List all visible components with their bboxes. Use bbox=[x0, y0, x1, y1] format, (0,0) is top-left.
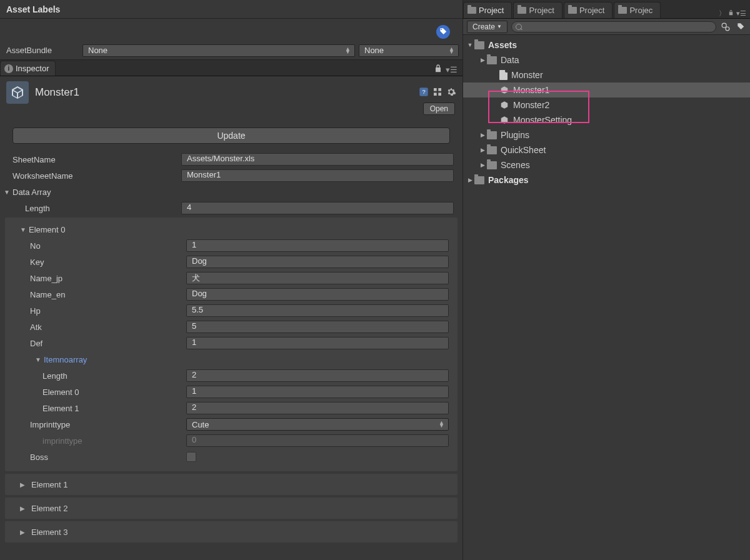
itemarr-el1-input[interactable]: 2 bbox=[186, 402, 449, 414]
file-icon bbox=[499, 70, 508, 80]
update-button[interactable]: Update bbox=[12, 128, 450, 144]
itemarr-length-label: Length bbox=[42, 371, 186, 381]
itemarr-length-input[interactable]: 2 bbox=[186, 369, 449, 382]
folder-icon bbox=[518, 7, 526, 14]
project-tab-3[interactable]: Project bbox=[564, 2, 612, 18]
name-en-input[interactable]: Dog bbox=[186, 288, 449, 301]
unity-asset-icon bbox=[6, 81, 29, 104]
length-input[interactable]: 4 bbox=[181, 202, 454, 214]
hp-label: Hp bbox=[30, 306, 186, 316]
tree-monstersetting[interactable]: MonsterSetting bbox=[463, 112, 750, 128]
unity-asset-icon bbox=[499, 85, 509, 95]
worksheetname-input[interactable]: Monster1 bbox=[181, 169, 454, 182]
assetbundle-name-select[interactable]: None▲▼ bbox=[82, 44, 355, 57]
project-tab-1[interactable]: Project bbox=[463, 2, 512, 18]
key-label: Key bbox=[30, 258, 186, 267]
itemarr-el0-label: Element 0 bbox=[42, 388, 186, 397]
name-jp-input[interactable]: 犬 bbox=[186, 272, 449, 284]
data-array-foldout[interactable]: Data Array bbox=[0, 184, 462, 200]
open-button[interactable]: Open bbox=[423, 102, 455, 115]
name-en-label: Name_en bbox=[30, 290, 186, 299]
svg-point-7 bbox=[726, 27, 729, 31]
folder-icon bbox=[474, 41, 484, 49]
folder-icon bbox=[474, 176, 484, 184]
svg-rect-2 bbox=[434, 88, 437, 91]
search-by-type-icon[interactable] bbox=[720, 21, 731, 32]
itemnoarray-foldout[interactable]: Itemnoarray bbox=[5, 351, 458, 368]
key-input[interactable]: Dog bbox=[186, 256, 449, 268]
svg-rect-3 bbox=[438, 88, 441, 91]
inspector-tab[interactable]: i Inspector bbox=[0, 61, 56, 76]
folder-icon bbox=[568, 7, 577, 14]
hp-input[interactable]: 5.5 bbox=[186, 304, 449, 317]
imprinttype-select[interactable]: Cute▲▼ bbox=[186, 418, 449, 431]
element1-foldout[interactable]: ▶Element 1 bbox=[5, 474, 458, 495]
tree-data[interactable]: ▶Data bbox=[463, 52, 750, 68]
element0-foldout[interactable]: Element 0 bbox=[5, 221, 458, 238]
search-by-label-icon[interactable] bbox=[735, 21, 746, 32]
lock-icon[interactable] bbox=[728, 9, 734, 18]
element3-foldout[interactable]: ▶Element 3 bbox=[5, 521, 458, 542]
itemarr-el1-label: Element 1 bbox=[42, 404, 186, 413]
atk-label: Atk bbox=[30, 322, 186, 332]
gear-icon[interactable] bbox=[446, 87, 456, 99]
asset-labels-header: Asset Labels bbox=[0, 0, 462, 19]
atk-input[interactable]: 5 bbox=[186, 321, 449, 333]
tag-icon[interactable] bbox=[436, 25, 450, 39]
def-input[interactable]: 1 bbox=[186, 337, 449, 349]
tab-menu-icon[interactable]: ▾☰ bbox=[446, 65, 458, 74]
svg-rect-4 bbox=[434, 92, 437, 96]
boss-checkbox[interactable] bbox=[186, 452, 196, 462]
svg-rect-5 bbox=[438, 92, 441, 96]
tree-monster1[interactable]: Monster1 bbox=[463, 82, 750, 98]
def-label: Def bbox=[30, 339, 186, 348]
create-button[interactable]: Create▼ bbox=[467, 21, 508, 33]
tree-scenes[interactable]: ▶Scenes bbox=[463, 158, 750, 172]
help-icon[interactable]: ? bbox=[419, 87, 429, 99]
project-tab-2[interactable]: Project bbox=[513, 2, 562, 18]
sheetname-input[interactable]: Assets/Monster.xls bbox=[181, 153, 454, 166]
folder-icon bbox=[487, 56, 497, 64]
lock-icon[interactable] bbox=[433, 64, 443, 76]
length-label: Length bbox=[25, 204, 181, 213]
itemarr-el0-input[interactable]: 1 bbox=[186, 386, 449, 398]
tree-monster2[interactable]: Monster2 bbox=[463, 98, 750, 112]
imprinttype-sub-input: 0 bbox=[186, 434, 449, 447]
no-input[interactable]: 1 bbox=[186, 239, 449, 252]
svg-point-6 bbox=[722, 23, 726, 28]
svg-text:?: ? bbox=[422, 89, 425, 95]
worksheetname-label: WorksheetName bbox=[12, 171, 181, 181]
chevron-right-icon[interactable]: 〉 bbox=[719, 9, 726, 18]
tree-packages[interactable]: ▶Packages bbox=[463, 172, 750, 188]
project-tree: ▼Assets ▶Data Monster Monster1 Monster2 … bbox=[463, 35, 750, 190]
folder-icon bbox=[487, 131, 497, 139]
preset-icon[interactable] bbox=[432, 87, 442, 99]
folder-icon bbox=[618, 7, 627, 14]
folder-icon bbox=[487, 146, 497, 154]
project-tab-4[interactable]: Projec bbox=[614, 2, 661, 18]
no-label: No bbox=[30, 241, 186, 251]
assetbundle-variant-select[interactable]: None▲▼ bbox=[359, 44, 459, 57]
unity-asset-icon bbox=[499, 100, 509, 110]
object-name: Monster1 bbox=[35, 86, 412, 99]
tree-monster[interactable]: Monster bbox=[463, 68, 750, 82]
boss-label: Boss bbox=[30, 452, 186, 462]
unity-asset-icon bbox=[499, 115, 509, 125]
tab-menu-icon[interactable]: ▾☰ bbox=[736, 9, 746, 18]
tree-assets[interactable]: ▼Assets bbox=[463, 38, 750, 52]
imprinttype-sub-label: imprinttype bbox=[30, 436, 186, 446]
tree-quicksheet[interactable]: ▶QuickSheet bbox=[463, 142, 750, 158]
element2-foldout[interactable]: ▶Element 2 bbox=[5, 498, 458, 519]
project-search-input[interactable] bbox=[511, 21, 716, 32]
name-jp-label: Name_jp bbox=[30, 274, 186, 283]
folder-icon bbox=[487, 161, 497, 169]
assetbundle-label: AssetBundle bbox=[4, 46, 79, 55]
info-icon: i bbox=[4, 64, 13, 73]
tree-plugins[interactable]: ▶Plugins bbox=[463, 128, 750, 142]
sheetname-label: SheetName bbox=[12, 155, 181, 164]
folder-icon bbox=[468, 7, 476, 14]
imprinttype-label: Imprinttype bbox=[30, 420, 186, 429]
